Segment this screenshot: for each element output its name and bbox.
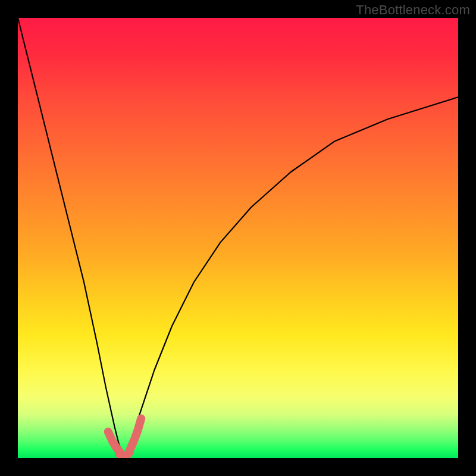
bottleneck-curve — [18, 18, 458, 454]
watermark-text: TheBottleneck.com — [356, 2, 470, 18]
highlight-right — [130, 418, 142, 449]
chart-stage: TheBottleneck.com — [0, 0, 476, 476]
plot-area — [18, 18, 458, 458]
curve-layer — [18, 18, 458, 458]
